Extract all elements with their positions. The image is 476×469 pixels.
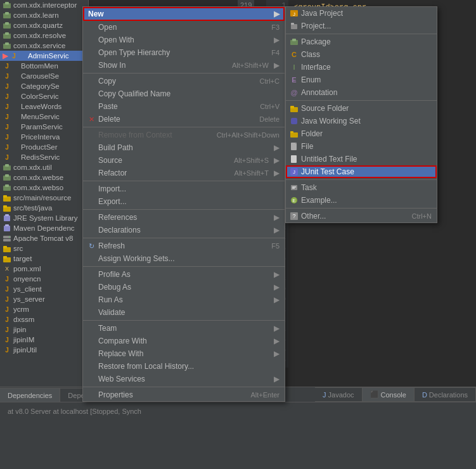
submenu-item-folder[interactable]: Folder <box>286 127 437 140</box>
tree-item-t30[interactable]: Jys_server <box>0 294 88 304</box>
menu-item-web-services[interactable]: Web Services▶ <box>83 373 285 385</box>
menu-item-assign-working-sets[interactable]: Assign Working Sets... <box>83 252 285 265</box>
tree-item-t23[interactable]: Maven Dependenc <box>0 223 88 233</box>
delete-icon: ✕ <box>87 115 96 124</box>
svg-rect-39 <box>291 118 297 124</box>
menu-item-refresh[interactable]: ↻RefreshF5 <box>83 240 285 252</box>
tree-item-t10[interactable]: JColorServic <box>0 91 88 101</box>
submenu-item-java-project[interactable]: JJava Project <box>286 7 437 20</box>
tree-item-t3[interactable]: com.xdx.quartz <box>0 20 88 30</box>
bottom-tab2-javadoc[interactable]: JJavadoc <box>315 387 362 401</box>
tree-item-t16[interactable]: JRedisServic <box>0 152 88 162</box>
menu-item-declarations[interactable]: Declarations▶ <box>83 224 285 236</box>
menu-item-restore-from-local-history[interactable]: Restore from Local History... <box>83 360 285 373</box>
tree-label: com.xdx.util <box>13 164 52 171</box>
submenu-item-package[interactable]: Package <box>286 35 437 48</box>
tree-item-t21[interactable]: src/test/java <box>0 203 88 213</box>
tree-item-t1[interactable]: com.xdx.interceptor <box>0 0 88 10</box>
tree-item-t17[interactable]: com.xdx.util <box>0 162 88 172</box>
menu-separator <box>83 73 285 74</box>
submenu-arrow-icon: ▶ <box>274 226 280 234</box>
menu-item-debug-as[interactable]: Debug As▶ <box>83 281 285 293</box>
tree-item-t8[interactable]: JCarouselSe <box>0 71 88 81</box>
tree-item-t32[interactable]: Jdxssm <box>0 314 88 324</box>
submenu-item-enum[interactable]: EEnum <box>286 74 437 86</box>
menu-item-replace-with[interactable]: Replace With▶ <box>83 347 285 360</box>
menu-item-export[interactable]: Export... <box>83 195 285 208</box>
bottom-tab-dependencies[interactable]: Dependencies <box>0 388 60 402</box>
submenu-item-project-[interactable]: Project... <box>286 20 437 32</box>
tree-item-t20[interactable]: src/main/resource <box>0 193 88 203</box>
submenu-item-other-[interactable]: ?Other...Ctrl+N <box>286 210 437 222</box>
tree-item-t31[interactable]: Jycrm <box>0 304 88 314</box>
tree-item-t25[interactable]: src <box>0 243 88 254</box>
bottom-tab2-declarations[interactable]: DDeclarations <box>415 387 476 401</box>
menu-item-copy[interactable]: CopyCtrl+C <box>83 75 285 87</box>
tree-item-t33[interactable]: Jjipin <box>0 324 88 335</box>
tree-item-t2[interactable]: com.xdx.learn <box>0 10 88 20</box>
tree-label: JRE System Library <box>13 214 78 222</box>
tree-item-t15[interactable]: JProductSer <box>0 142 88 152</box>
menu-item-references[interactable]: References▶ <box>83 211 285 224</box>
menu-item-open-type-hierarchy[interactable]: Open Type HierarchyF4 <box>83 46 285 59</box>
class-icon: J <box>3 122 11 131</box>
tree-item-t35[interactable]: JjipinUtil <box>0 345 88 355</box>
menu-item-source[interactable]: SourceAlt+Shift+S▶ <box>83 154 285 167</box>
tree-item-t4[interactable]: com.xdx.resolve <box>0 30 88 41</box>
menu-item-copy-qualified-name[interactable]: Copy Qualified Name <box>83 87 285 100</box>
menu-item-new[interactable]: New▶ <box>83 7 285 21</box>
tree-item-t27[interactable]: Xpom.xml <box>0 264 88 274</box>
tree-label: target <box>13 255 32 262</box>
menu-item-open-with[interactable]: Open With▶ <box>83 34 285 46</box>
tree-item-t19[interactable]: com.xdx.webso <box>0 183 88 193</box>
interface-icon: I <box>290 63 299 72</box>
menu-item-profile-as[interactable]: Profile As▶ <box>83 268 285 281</box>
tree-item-t7[interactable]: JBottomMen <box>0 61 88 71</box>
tree-item-t18[interactable]: com.xdx.webse <box>0 172 88 183</box>
tree-item-t34[interactable]: JjipinIM <box>0 335 88 345</box>
tree-item-t12[interactable]: JMenuServic <box>0 112 88 122</box>
submenu-item-junit-test-case[interactable]: JJUnit Test Case <box>286 165 437 178</box>
submenu-item-annotation[interactable]: @Annotation <box>286 86 437 99</box>
menu-item-properties[interactable]: PropertiesAlt+Enter <box>83 389 285 401</box>
menu-item-paste[interactable]: PasteCtrl+V <box>83 100 285 113</box>
submenu-item-example-[interactable]: EExample... <box>286 194 437 207</box>
svg-rect-44 <box>291 155 297 163</box>
menu-item-label: Copy Qualified Name <box>98 89 280 98</box>
tree-item-t24[interactable]: Apache Tomcat v8 <box>0 233 88 243</box>
tree-item-t6[interactable]: ▶JAdminServic <box>0 51 88 61</box>
other-icon: ? <box>290 212 299 221</box>
bottom-tab2-console[interactable]: ⬛Console <box>363 387 415 401</box>
tree-item-t11[interactable]: JLeaveWords <box>0 101 88 112</box>
menu-item-compare-with[interactable]: Compare With▶ <box>83 335 285 347</box>
tree-item-t26[interactable]: target <box>0 254 88 264</box>
menu-item-validate[interactable]: Validate <box>83 306 285 319</box>
submenu-item-java-working-set[interactable]: Java Working Set <box>286 115 437 127</box>
tree-label: ycrm <box>13 305 29 313</box>
menu-item-open[interactable]: OpenF3 <box>83 21 285 34</box>
tree-item-t14[interactable]: JPriceInterva <box>0 132 88 142</box>
tree-item-t29[interactable]: Jys_client <box>0 284 88 294</box>
menu-shortcut: Alt+Shift+T <box>235 169 269 177</box>
menu-item-remove-from-context[interactable]: Remove from ContextCtrl+Alt+Shift+Down <box>83 129 285 141</box>
menu-item-build-path[interactable]: Build Path▶ <box>83 141 285 154</box>
menu-item-team[interactable]: Team▶ <box>83 322 285 335</box>
submenu-item-class[interactable]: CClass <box>286 48 437 61</box>
menu-item-show-in[interactable]: Show InAlt+Shift+W▶ <box>83 59 285 72</box>
arrow-icon: ▶ <box>274 10 280 18</box>
tree-item-t13[interactable]: JParamServic <box>0 122 88 132</box>
menu-item-run-as[interactable]: Run As▶ <box>83 293 285 306</box>
tree-item-t9[interactable]: JCategorySe <box>0 81 88 91</box>
submenu-item-interface[interactable]: IInterface <box>286 61 437 74</box>
submenu-item-untitled-text-file[interactable]: Untitled Text File <box>286 153 437 165</box>
menu-item-refactor[interactable]: RefactorAlt+Shift+T▶ <box>83 167 285 179</box>
tree-item-t22[interactable]: JRE System Library <box>0 213 88 223</box>
submenu-item-task[interactable]: Task <box>286 181 437 194</box>
menu-item-import[interactable]: Import... <box>83 183 285 195</box>
tree-item-t28[interactable]: Jonyencn <box>0 274 88 284</box>
menu-item-delete[interactable]: ✕DeleteDelete <box>83 113 285 125</box>
tree-item-t5[interactable]: com.xdx.service <box>0 41 88 51</box>
tree-label: jipinIM <box>13 336 34 344</box>
submenu-item-file[interactable]: File <box>286 140 437 153</box>
submenu-item-source-folder[interactable]: Source Folder <box>286 102 437 115</box>
